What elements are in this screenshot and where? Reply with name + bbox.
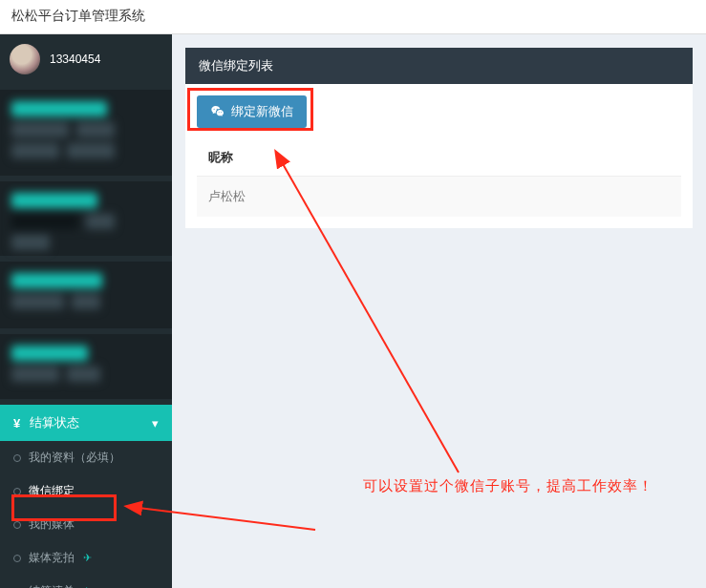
content-area: 微信绑定列表 绑定新微信 昵称 卢松松 [172,34,706,588]
menu-item-label: 结算清单 [29,584,75,588]
menu-item-media-auction[interactable]: 媒体竞拍 ✈ [0,541,172,575]
menu-item-settlement-list[interactable]: 结算清单 ✈ [0,575,172,588]
yen-icon: ¥ [13,416,20,430]
menu-item-label: 我的媒体 [29,517,75,531]
bind-table: 昵称 卢松松 [197,139,681,217]
sidebar: 13340454 [0,34,172,588]
menu-item-wechat-bind[interactable]: 微信绑定 [0,474,172,508]
annotation-text: 可以设置过个微信子账号，提高工作效率！ [363,477,653,495]
bind-new-wechat-button[interactable]: 绑定新微信 [197,95,307,128]
menu-item-label: 我的资料（必填） [29,451,120,464]
menu-item-my-media[interactable]: 我的媒体 [0,508,172,541]
menu-header-settlement[interactable]: ¥ 结算状态 ▾ [0,405,172,441]
paper-plane-icon: ✈ [83,552,92,563]
app-title: 松松平台订单管理系统 [11,8,145,23]
blurred-block [0,181,172,256]
user-id: 13340454 [50,52,100,66]
user-panel: 13340454 [0,34,172,84]
avatar [10,44,40,74]
top-bar: 松松平台订单管理系统 [0,0,706,34]
wechat-bind-card: 微信绑定列表 绑定新微信 昵称 卢松松 [185,48,693,228]
button-label: 绑定新微信 [231,103,293,120]
caret-down-icon: ▾ [152,416,159,430]
blurred-block [0,90,172,176]
card-title: 微信绑定列表 [185,48,693,84]
menu-item-label: 微信绑定 [29,484,75,497]
menu-item-profile[interactable]: 我的资料（必填） [0,441,172,474]
blurred-block [0,334,172,399]
col-nick: 昵称 [197,139,681,177]
table-row: 卢松松 [197,177,681,218]
menu-item-label: 媒体竞拍 [29,551,75,564]
blurred-block [0,262,172,328]
cell-nick: 卢松松 [197,177,681,218]
wechat-icon [210,104,225,119]
menu-header-label: 结算状态 [30,414,79,431]
